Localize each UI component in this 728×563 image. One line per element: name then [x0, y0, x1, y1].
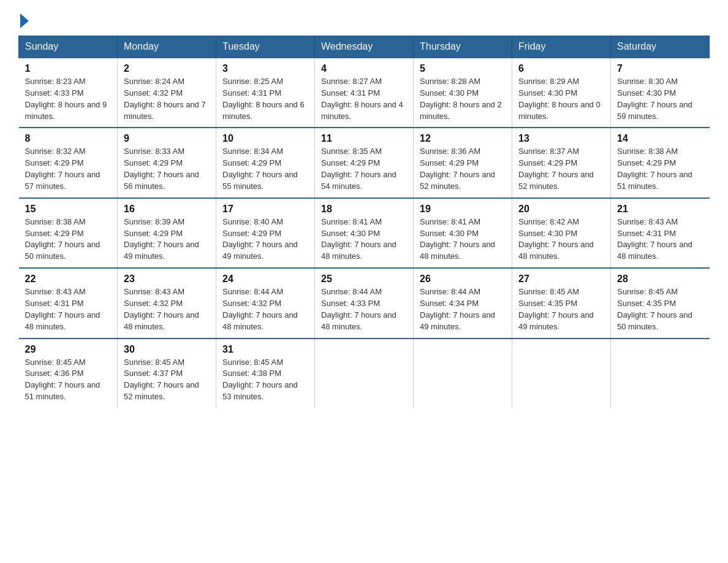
week-row-1: 1 Sunrise: 8:23 AMSunset: 4:33 PMDayligh…	[19, 58, 710, 128]
week-row-4: 22 Sunrise: 8:43 AMSunset: 4:31 PMDaylig…	[19, 268, 710, 338]
calendar-cell: 4 Sunrise: 8:27 AMSunset: 4:31 PMDayligh…	[315, 58, 414, 128]
day-number: 2	[124, 63, 210, 74]
day-number: 30	[124, 344, 210, 355]
day-info: Sunrise: 8:38 AMSunset: 4:29 PMDaylight:…	[25, 217, 100, 261]
day-number: 7	[617, 63, 703, 74]
day-number: 16	[124, 204, 210, 215]
day-number: 27	[518, 274, 604, 285]
day-number: 13	[518, 133, 604, 144]
day-info: Sunrise: 8:37 AMSunset: 4:29 PMDaylight:…	[518, 147, 594, 191]
day-info: Sunrise: 8:38 AMSunset: 4:29 PMDaylight:…	[617, 147, 692, 191]
calendar-cell: 21 Sunrise: 8:43 AMSunset: 4:31 PMDaylig…	[611, 198, 710, 268]
day-info: Sunrise: 8:45 AMSunset: 4:38 PMDaylight:…	[222, 358, 298, 402]
weekday-header-saturday: Saturday	[611, 36, 710, 58]
day-info: Sunrise: 8:34 AMSunset: 4:29 PMDaylight:…	[222, 147, 298, 191]
day-info: Sunrise: 8:41 AMSunset: 4:30 PMDaylight:…	[321, 217, 396, 261]
day-info: Sunrise: 8:43 AMSunset: 4:31 PMDaylight:…	[25, 287, 100, 331]
calendar-cell: 5 Sunrise: 8:28 AMSunset: 4:30 PMDayligh…	[414, 58, 512, 128]
day-info: Sunrise: 8:43 AMSunset: 4:32 PMDaylight:…	[124, 287, 199, 331]
weekday-header-wednesday: Wednesday	[315, 36, 414, 58]
day-number: 6	[518, 63, 604, 74]
day-number: 18	[321, 204, 407, 215]
day-info: Sunrise: 8:45 AMSunset: 4:35 PMDaylight:…	[518, 287, 594, 331]
day-number: 11	[321, 133, 407, 144]
calendar-cell: 11 Sunrise: 8:35 AMSunset: 4:29 PMDaylig…	[315, 128, 414, 197]
day-number: 3	[222, 63, 308, 74]
day-number: 25	[321, 274, 407, 285]
day-info: Sunrise: 8:43 AMSunset: 4:31 PMDaylight:…	[617, 217, 692, 261]
day-info: Sunrise: 8:27 AMSunset: 4:31 PMDaylight:…	[321, 77, 403, 121]
day-info: Sunrise: 8:42 AMSunset: 4:30 PMDaylight:…	[518, 217, 594, 261]
day-info: Sunrise: 8:45 AMSunset: 4:35 PMDaylight:…	[617, 287, 692, 331]
day-info: Sunrise: 8:33 AMSunset: 4:29 PMDaylight:…	[124, 147, 199, 191]
day-number: 4	[321, 63, 407, 74]
calendar-cell: 20 Sunrise: 8:42 AMSunset: 4:30 PMDaylig…	[512, 198, 611, 268]
calendar-cell: 24 Sunrise: 8:44 AMSunset: 4:32 PMDaylig…	[216, 268, 315, 338]
day-info: Sunrise: 8:39 AMSunset: 4:29 PMDaylight:…	[124, 217, 199, 261]
day-info: Sunrise: 8:24 AMSunset: 4:32 PMDaylight:…	[124, 77, 206, 121]
day-number: 14	[617, 133, 703, 144]
day-info: Sunrise: 8:35 AMSunset: 4:29 PMDaylight:…	[321, 147, 396, 191]
week-row-3: 15 Sunrise: 8:38 AMSunset: 4:29 PMDaylig…	[19, 198, 710, 268]
calendar-cell: 16 Sunrise: 8:39 AMSunset: 4:29 PMDaylig…	[118, 198, 216, 268]
day-info: Sunrise: 8:28 AMSunset: 4:30 PMDaylight:…	[420, 77, 502, 121]
day-info: Sunrise: 8:45 AMSunset: 4:36 PMDaylight:…	[25, 358, 100, 402]
day-info: Sunrise: 8:25 AMSunset: 4:31 PMDaylight:…	[222, 77, 305, 121]
calendar-cell: 22 Sunrise: 8:43 AMSunset: 4:31 PMDaylig…	[19, 268, 118, 338]
day-number: 26	[420, 274, 506, 285]
calendar-cell: 17 Sunrise: 8:40 AMSunset: 4:29 PMDaylig…	[216, 198, 315, 268]
day-number: 8	[25, 133, 112, 144]
logo	[18, 12, 29, 26]
day-number: 20	[518, 204, 604, 215]
calendar-cell: 14 Sunrise: 8:38 AMSunset: 4:29 PMDaylig…	[611, 128, 710, 197]
calendar-cell: 3 Sunrise: 8:25 AMSunset: 4:31 PMDayligh…	[216, 58, 315, 128]
day-number: 31	[222, 344, 308, 355]
calendar-cell: 6 Sunrise: 8:29 AMSunset: 4:30 PMDayligh…	[512, 58, 611, 128]
week-row-5: 29 Sunrise: 8:45 AMSunset: 4:36 PMDaylig…	[19, 339, 710, 408]
day-number: 1	[25, 63, 112, 74]
calendar-table: SundayMondayTuesdayWednesdayThursdayFrid…	[18, 36, 710, 408]
calendar-cell: 13 Sunrise: 8:37 AMSunset: 4:29 PMDaylig…	[512, 128, 611, 197]
weekday-header-tuesday: Tuesday	[216, 36, 315, 58]
day-info: Sunrise: 8:30 AMSunset: 4:30 PMDaylight:…	[617, 77, 692, 121]
day-number: 12	[420, 133, 506, 144]
calendar-cell: 15 Sunrise: 8:38 AMSunset: 4:29 PMDaylig…	[19, 198, 118, 268]
day-number: 15	[25, 204, 112, 215]
calendar-cell: 7 Sunrise: 8:30 AMSunset: 4:30 PMDayligh…	[611, 58, 710, 128]
page-header	[18, 12, 710, 26]
day-info: Sunrise: 8:36 AMSunset: 4:29 PMDaylight:…	[420, 147, 495, 191]
day-info: Sunrise: 8:32 AMSunset: 4:29 PMDaylight:…	[25, 147, 100, 191]
day-number: 21	[617, 204, 703, 215]
day-info: Sunrise: 8:45 AMSunset: 4:37 PMDaylight:…	[124, 358, 199, 402]
calendar-cell: 2 Sunrise: 8:24 AMSunset: 4:32 PMDayligh…	[118, 58, 216, 128]
day-number: 5	[420, 63, 506, 74]
calendar-cell: 25 Sunrise: 8:44 AMSunset: 4:33 PMDaylig…	[315, 268, 414, 338]
calendar-cell	[414, 339, 512, 408]
day-number: 23	[124, 274, 210, 285]
calendar-cell: 10 Sunrise: 8:34 AMSunset: 4:29 PMDaylig…	[216, 128, 315, 197]
day-info: Sunrise: 8:29 AMSunset: 4:30 PMDaylight:…	[518, 77, 601, 121]
day-info: Sunrise: 8:44 AMSunset: 4:33 PMDaylight:…	[321, 287, 396, 331]
calendar-cell	[611, 339, 710, 408]
weekday-header-row: SundayMondayTuesdayWednesdayThursdayFrid…	[19, 36, 710, 58]
calendar-cell: 23 Sunrise: 8:43 AMSunset: 4:32 PMDaylig…	[118, 268, 216, 338]
weekday-header-sunday: Sunday	[19, 36, 118, 58]
day-number: 24	[222, 274, 308, 285]
day-number: 10	[222, 133, 308, 144]
day-number: 29	[25, 344, 112, 355]
day-info: Sunrise: 8:23 AMSunset: 4:33 PMDaylight:…	[25, 77, 107, 121]
calendar-cell: 9 Sunrise: 8:33 AMSunset: 4:29 PMDayligh…	[118, 128, 216, 197]
weekday-header-thursday: Thursday	[414, 36, 512, 58]
calendar-cell: 18 Sunrise: 8:41 AMSunset: 4:30 PMDaylig…	[315, 198, 414, 268]
week-row-2: 8 Sunrise: 8:32 AMSunset: 4:29 PMDayligh…	[19, 128, 710, 197]
calendar-cell: 1 Sunrise: 8:23 AMSunset: 4:33 PMDayligh…	[19, 58, 118, 128]
calendar-cell: 31 Sunrise: 8:45 AMSunset: 4:38 PMDaylig…	[216, 339, 315, 408]
calendar-cell	[512, 339, 611, 408]
day-number: 28	[617, 274, 703, 285]
day-number: 17	[222, 204, 308, 215]
weekday-header-friday: Friday	[512, 36, 611, 58]
day-info: Sunrise: 8:44 AMSunset: 4:34 PMDaylight:…	[420, 287, 495, 331]
calendar-cell: 28 Sunrise: 8:45 AMSunset: 4:35 PMDaylig…	[611, 268, 710, 338]
day-info: Sunrise: 8:44 AMSunset: 4:32 PMDaylight:…	[222, 287, 298, 331]
calendar-cell: 29 Sunrise: 8:45 AMSunset: 4:36 PMDaylig…	[19, 339, 118, 408]
